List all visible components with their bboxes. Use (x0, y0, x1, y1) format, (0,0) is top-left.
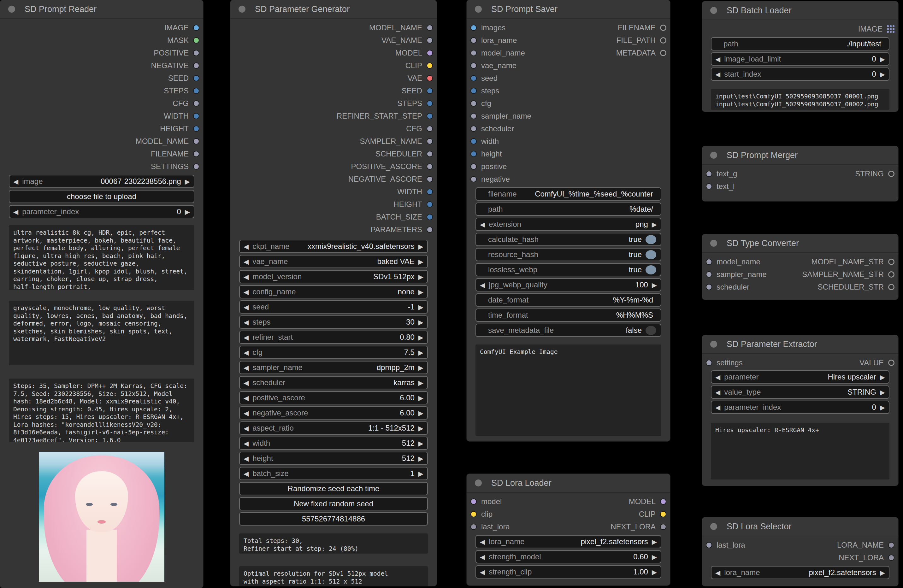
output-slot-height-dot[interactable] (193, 126, 200, 132)
path-field[interactable]: path%date/ (475, 203, 661, 216)
node-title-bar[interactable]: SD Parameter Generator (230, 0, 437, 19)
input-slot-scheduler-dot[interactable] (470, 126, 477, 132)
output-slot-cfg-dot[interactable] (193, 100, 200, 107)
output-slot-positive_ascore-dot[interactable] (426, 164, 433, 170)
input-slot-text_l-dot[interactable] (706, 183, 712, 190)
combo-left-arrow-icon[interactable]: ◀ (244, 425, 249, 432)
parameter-combo[interactable]: ◀parameterHires upscaler▶ (711, 370, 889, 384)
combo-left-arrow-icon[interactable]: ◀ (715, 71, 721, 78)
node-sd-lora-loader[interactable]: SD Lora Loadermodelcliplast_loraMODELCLI… (467, 474, 670, 585)
height-combo[interactable]: ◀height512▶ (239, 452, 428, 465)
image-load-limit-combo[interactable]: ◀image_load_limit0▶ (711, 52, 889, 66)
output-slot-model_name-dot[interactable] (426, 25, 433, 31)
output-slot-negative-dot[interactable] (193, 63, 200, 69)
output-slot-metadata-dot[interactable] (660, 50, 666, 56)
output-slot-seed-dot[interactable] (426, 88, 433, 94)
path-field[interactable]: path./input/test (711, 37, 889, 50)
combo-left-arrow-icon[interactable]: ◀ (244, 470, 249, 477)
combo-left-arrow-icon[interactable]: ◀ (244, 379, 249, 386)
combo-left-arrow-icon[interactable]: ◀ (13, 178, 18, 185)
parameter-index-combo[interactable]: ◀parameter_index0▶ (711, 401, 889, 414)
combo-left-arrow-icon[interactable]: ◀ (480, 553, 485, 560)
combo-right-arrow-icon[interactable]: ▶ (418, 470, 423, 477)
collapse-dot[interactable] (475, 6, 482, 13)
node-sd-batch-loader[interactable]: SD Batch LoaderIMAGEpath./input/test◀ima… (702, 1, 898, 112)
positive-ascore-combo[interactable]: ◀positive_ascore6.00▶ (239, 391, 428, 404)
output-slot-clip-dot[interactable] (660, 511, 666, 517)
output-slot-seed-dot[interactable] (193, 75, 200, 82)
output-slot-vae-dot[interactable] (426, 75, 433, 82)
output-slot-model_name_str-dot[interactable] (888, 259, 895, 265)
output-slot-height-dot[interactable] (426, 201, 433, 208)
collapse-dot[interactable] (475, 480, 482, 486)
steps-combo[interactable]: ◀steps30▶ (239, 316, 428, 329)
node-sd-type-converter[interactable]: SD Type Convertermodel_namesampler_names… (702, 234, 898, 300)
output-slot-positive-dot[interactable] (193, 50, 200, 56)
output-slot-clip-dot[interactable] (426, 63, 433, 69)
batch-size-combo[interactable]: ◀batch_size1▶ (239, 467, 428, 480)
toggle-dot[interactable] (645, 265, 656, 274)
collapse-dot[interactable] (710, 523, 717, 530)
combo-left-arrow-icon[interactable]: ◀ (244, 304, 249, 310)
node-sd-parameter-extractor[interactable]: SD Parameter ExtractorsettingsVALUE◀para… (702, 335, 898, 486)
output-slot-scheduler-dot[interactable] (426, 151, 433, 157)
output-slot-filename-dot[interactable] (660, 25, 666, 31)
combo-right-arrow-icon[interactable]: ▶ (418, 395, 423, 401)
node-sd-prompt-saver[interactable]: SD Prompt Saverimageslora_namemodel_name… (467, 0, 670, 441)
combo-left-arrow-icon[interactable]: ◀ (715, 389, 721, 396)
negative-prompt-box[interactable]: grayscale, monochrome, low quality, wors… (9, 300, 194, 365)
image-combo[interactable]: ◀image00067-2302238556.png▶ (9, 175, 194, 188)
combo-right-arrow-icon[interactable]: ▶ (652, 221, 657, 228)
combo-right-arrow-icon[interactable]: ▶ (880, 404, 885, 411)
input-slot-sampler_name-dot[interactable] (470, 113, 477, 119)
toggle-dot[interactable] (645, 235, 656, 244)
output-slot-settings-dot[interactable] (193, 164, 200, 170)
combo-right-arrow-icon[interactable]: ▶ (880, 71, 885, 78)
output-slot-next_lora-dot[interactable] (888, 555, 895, 561)
output-slot-next_lora-dot[interactable] (660, 524, 666, 530)
combo-left-arrow-icon[interactable]: ◀ (480, 569, 485, 575)
combo-left-arrow-icon[interactable]: ◀ (715, 569, 721, 576)
node-title-bar[interactable]: SD Prompt Merger (702, 146, 898, 165)
node-title-bar[interactable]: SD Type Converter (702, 234, 898, 253)
combo-left-arrow-icon[interactable]: ◀ (244, 319, 249, 325)
seed-value-display[interactable]: 557526774814886 (239, 512, 428, 525)
comment-box[interactable]: ComfyUI Example Image (475, 344, 661, 436)
image-batch-grid-icon[interactable] (887, 25, 895, 33)
combo-right-arrow-icon[interactable]: ▶ (652, 553, 657, 560)
combo-left-arrow-icon[interactable]: ◀ (715, 404, 721, 411)
collapse-dot[interactable] (710, 152, 717, 159)
ckpt-name-combo[interactable]: ◀ckpt_namexxmix9realistic_v40.safetensor… (239, 240, 428, 253)
toggle-dot[interactable] (645, 326, 656, 335)
strength-clip-combo[interactable]: ◀strength_clip1.00▶ (475, 565, 661, 579)
choose-file-to-upload-button[interactable]: choose file to upload (9, 190, 194, 203)
combo-left-arrow-icon[interactable]: ◀ (244, 410, 249, 417)
output-slot-negative_ascore-dot[interactable] (426, 176, 433, 182)
combo-right-arrow-icon[interactable]: ▶ (418, 319, 423, 325)
combo-left-arrow-icon[interactable]: ◀ (244, 455, 249, 462)
seed-combo[interactable]: ◀seed-1▶ (239, 300, 428, 314)
save-metadata-file-toggle[interactable]: save_metadata_filefalse (475, 324, 661, 337)
collapse-dot[interactable] (710, 7, 717, 14)
date-format-field[interactable]: date_format%Y-%m-%d (475, 293, 661, 307)
node-title-bar[interactable]: SD Prompt Reader (0, 0, 203, 19)
combo-right-arrow-icon[interactable]: ▶ (880, 569, 885, 576)
output-slot-scheduler_str-dot[interactable] (888, 284, 895, 290)
output-slot-file_path-dot[interactable] (660, 37, 666, 44)
node-sd-lora-selector[interactable]: SD Lora Selectorlast_loraLORA_NAMENEXT_L… (702, 517, 898, 586)
total-steps-box[interactable]: Total steps: 30, Refiner start at step: … (239, 533, 428, 553)
input-slot-width-dot[interactable] (470, 138, 477, 145)
model-version-combo[interactable]: ◀model_versionSDv1 512px▶ (239, 270, 428, 283)
extension-combo[interactable]: ◀extensionpng▶ (475, 218, 661, 231)
collapse-dot[interactable] (710, 341, 717, 347)
time-format-field[interactable]: time_format%H%M%S (475, 308, 661, 322)
output-slot-batch_size-dot[interactable] (426, 214, 433, 220)
aspect-ratio-combo[interactable]: ◀aspect_ratio1:1 - 512x512▶ (239, 421, 428, 435)
combo-right-arrow-icon[interactable]: ▶ (652, 538, 657, 545)
combo-right-arrow-icon[interactable]: ▶ (418, 364, 423, 371)
combo-right-arrow-icon[interactable]: ▶ (418, 425, 423, 432)
node-canvas[interactable]: SD Prompt ReaderIMAGEMASKPOSITIVENEGATIV… (0, 0, 903, 588)
combo-left-arrow-icon[interactable]: ◀ (480, 221, 485, 228)
output-slot-width-dot[interactable] (193, 113, 200, 119)
resource-hash-toggle[interactable]: resource_hashtrue (475, 248, 661, 261)
